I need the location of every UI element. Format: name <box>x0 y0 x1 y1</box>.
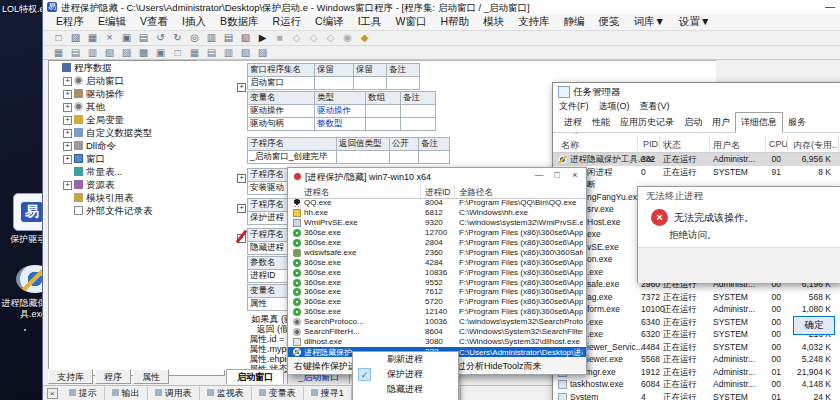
output-tab[interactable]: 变量表 <box>252 387 304 400</box>
expand-icon[interactable] <box>63 204 72 213</box>
menu-item[interactable]: R运行 <box>265 15 308 29</box>
fold-plus-icon[interactable]: + <box>237 83 246 92</box>
menu-item[interactable]: 设置▼ <box>672 15 717 29</box>
expand-icon[interactable] <box>63 191 72 200</box>
list-item[interactable]: wdswfsafe.exe 2360 F:\Program Files (x86… <box>288 248 586 258</box>
menu-item[interactable]: H帮助 <box>434 15 477 29</box>
menu-item[interactable]: 支持库 <box>511 15 557 29</box>
variables-table[interactable]: 变量名类型数组备注 驱动操作驱动操作 驱动句柄整数型 <box>247 91 436 131</box>
menu-item[interactable]: V查看 <box>133 15 175 29</box>
task-manager-titlebar[interactable]: 任务管理器 <box>553 83 840 99</box>
tab[interactable]: 服务 <box>783 113 811 132</box>
paste-icon[interactable]: ▤ <box>136 32 151 44</box>
expand-icon[interactable]: + <box>63 103 72 112</box>
table-tool-icon[interactable]: ▧ <box>102 47 117 59</box>
expand-icon[interactable]: + <box>63 142 72 151</box>
menu-item[interactable]: 刷新进程 <box>353 352 458 367</box>
list-item[interactable]: WmiPrvSE.exe 9320 C:\windows\system32\Wm… <box>288 218 586 228</box>
wizard-icon[interactable]: ◆ <box>357 32 372 44</box>
fold-plus-icon[interactable]: + <box>237 174 246 183</box>
output-tab[interactable]: 搜寻1 <box>304 387 352 400</box>
column-header-cpu[interactable]: CPU <box>769 139 788 149</box>
menu-item[interactable]: C编译 <box>308 15 351 29</box>
table-row[interactable]: 闲进程 0 正在运行 SYSTEM 91 8 K <box>553 166 840 179</box>
output-tab[interactable]: 监视表 <box>200 387 252 400</box>
table-row[interactable]: System 4 正在运行 SYSTEM 01 24 K <box>553 391 840 400</box>
editor-tab[interactable]: 启动窗口 <box>226 369 284 384</box>
menu-item[interactable]: ✓ 保护进程 <box>353 367 458 382</box>
ide-titlebar[interactable]: 易 进程保护隐藏 - C:\Users\Administrator\Deskto… <box>43 0 840 15</box>
desktop-icon-label-lol[interactable]: LOL特权.e <box>2 3 45 16</box>
panel-tab[interactable]: 支持库 <box>48 369 93 384</box>
panel-tab[interactable]: 程序 <box>95 369 131 384</box>
maximize-button[interactable]: □ <box>550 170 564 180</box>
menu-item[interactable]: B数据库 <box>213 15 266 29</box>
table-tool-icon[interactable]: ▧ <box>238 47 253 59</box>
assembly-table[interactable]: 窗口程序集名保留保留备注 启动窗口 <box>247 63 420 90</box>
tab[interactable]: 启动 <box>679 113 707 132</box>
open-file-icon[interactable]: ▨ <box>68 32 83 44</box>
debug-step-over-icon[interactable]: ◇ <box>306 32 321 44</box>
output-close-icon[interactable]: × <box>47 388 58 399</box>
expand-icon[interactable]: + <box>63 116 72 125</box>
subroutine-table[interactable]: 子程序名返回值类型公开备注 _启动窗口_创建完毕 <box>247 137 450 164</box>
menu-item[interactable]: 查看(V) <box>640 100 670 113</box>
menu-item[interactable]: E编辑 <box>91 15 133 29</box>
run-icon[interactable]: ▶ <box>255 32 270 44</box>
list-item[interactable]: QQ.exe 8004 F:\Program Files\QQ\Bin\QQ.e… <box>288 198 586 208</box>
table-row[interactable]: form.exe 10100 正在运行 Administr... 00 1,08… <box>553 303 840 316</box>
list-item[interactable]: SearchProtoco... 10036 C:\windows\system… <box>288 317 586 327</box>
table-tool-icon[interactable]: □ <box>170 47 185 59</box>
list-item[interactable]: 360se.exe 12700 F:\Program Files (x86)\3… <box>288 228 586 238</box>
expand-icon[interactable]: + <box>63 90 72 99</box>
debug-step-icon[interactable]: ◇ <box>289 32 304 44</box>
ok-button[interactable]: 确定 <box>793 316 835 335</box>
table-row[interactable]: taskhostw.exe 6084 正在运行 Administr... 00 … <box>553 378 840 391</box>
table-tool-icon[interactable]: ▥ <box>85 47 100 59</box>
table-row[interactable]: iewer_Servic... 4484 正在运行 SYSTEM 00 4,03… <box>553 341 840 354</box>
column-header-status[interactable]: 状态 <box>663 139 681 152</box>
table-tool-icon[interactable]: ▦ <box>51 47 66 59</box>
tile-horizontal-icon[interactable]: ▥ <box>204 32 219 44</box>
menu-item[interactable]: I插入 <box>175 15 213 29</box>
list-item[interactable]: 360se.exe 10836 F:\Program Files (x86)\3… <box>288 268 586 278</box>
list-item[interactable]: 360se.exe 9552 F:\Program Files (x86)\36… <box>288 278 586 288</box>
find-icon[interactable]: ◎ <box>187 32 202 44</box>
minimize-button[interactable]: — <box>825 1 835 12</box>
cascade-icon[interactable]: ▧ <box>238 32 253 44</box>
column-header-memory[interactable]: 内存(专用... <box>793 139 837 152</box>
column-header-name[interactable]: 名称 <box>561 139 579 152</box>
column-header-user[interactable]: 用户名 <box>713 139 740 152</box>
tile-vertical-icon[interactable]: ▤ <box>221 32 236 44</box>
expand-icon[interactable] <box>63 165 72 174</box>
list-item[interactable]: 360se.exe 12140 F:\Program Files (x86)\3… <box>288 307 586 317</box>
tab[interactable]: 性能 <box>587 113 615 132</box>
copy-icon[interactable]: ▣ <box>119 32 134 44</box>
table-row[interactable]: 进程隐藏保护工具.exe 332 正在运行 Administr... 00 6,… <box>553 153 840 166</box>
tab[interactable]: 详细信息 <box>735 112 783 133</box>
close-button[interactable]: × <box>568 170 582 180</box>
tab[interactable]: 进程 <box>559 113 587 132</box>
table-tool-icon[interactable]: ▤ <box>204 47 219 59</box>
table-tool-icon[interactable]: ▤ <box>68 47 83 59</box>
debug-step-out-icon[interactable]: ◇ <box>323 32 338 44</box>
menu-item[interactable]: I工具 <box>351 15 389 29</box>
output-tab[interactable]: 提示 <box>62 387 105 400</box>
list-item[interactable]: hh.exe 6812 C:\Windows\hh.exe <box>288 208 586 218</box>
menu-item[interactable]: 隐藏进程 <box>353 382 458 397</box>
tab[interactable]: 用户 <box>707 113 735 132</box>
minimize-button[interactable]: — <box>532 170 546 180</box>
menu-item[interactable]: 便笺 <box>592 15 627 29</box>
protect-window-titlebar[interactable]: [进程保护/隐藏] win7-win10 x64 — □ × <box>288 168 586 184</box>
tab[interactable]: 应用历史记录 <box>615 113 679 132</box>
table-tool-icon[interactable]: ▣ <box>153 47 168 59</box>
list-item[interactable]: 360se.exe 7612 F:\Program Files (x86)\36… <box>288 287 586 297</box>
save-icon[interactable]: ▦ <box>85 32 100 44</box>
expand-icon[interactable]: + <box>63 155 72 164</box>
menu-item[interactable]: 模块 <box>476 15 511 29</box>
list-item[interactable]: 360se.exe 4284 F:\Program Files (x86)\36… <box>288 258 586 268</box>
stop-icon[interactable]: ■ <box>272 32 287 44</box>
output-tab[interactable]: 调用表 <box>148 387 200 400</box>
fold-plus-icon[interactable]: + <box>237 204 246 213</box>
list-item[interactable]: 360se.exe 5720 F:\Program Files (x86)\36… <box>288 297 586 307</box>
